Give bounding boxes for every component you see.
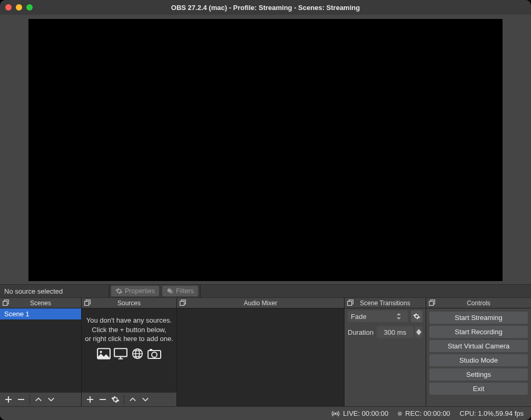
empty-line: Click the + button below, bbox=[85, 325, 173, 335]
cpu-label: CPU: 1.0%,59.94 fps bbox=[460, 409, 524, 417]
scene-transitions-title: Scene Transitions bbox=[345, 299, 426, 307]
separator bbox=[109, 285, 110, 297]
move-scene-down-button[interactable] bbox=[45, 393, 57, 406]
window-controls bbox=[5, 4, 33, 11]
sources-header: Sources bbox=[82, 298, 176, 308]
empty-line: You don't have any sources. bbox=[85, 316, 173, 325]
audio-mixer-header: Audio Mixer bbox=[177, 298, 344, 308]
close-window-button[interactable] bbox=[5, 4, 12, 11]
move-source-down-button[interactable] bbox=[139, 393, 152, 406]
scenes-title: Scenes bbox=[0, 299, 81, 307]
settings-button[interactable]: Settings bbox=[429, 368, 528, 381]
move-source-up-button[interactable] bbox=[126, 393, 139, 406]
svg-rect-11 bbox=[150, 349, 152, 351]
sources-title: Sources bbox=[82, 299, 176, 307]
source-settings-button[interactable] bbox=[109, 393, 122, 406]
docks-row: Scenes Scene 1 bbox=[0, 298, 531, 406]
filters-label: Filters bbox=[176, 287, 194, 295]
empty-line: or right click here to add one. bbox=[85, 334, 173, 344]
separator bbox=[200, 285, 201, 297]
scenes-footer bbox=[0, 392, 81, 406]
controls-header: Controls bbox=[426, 298, 531, 308]
add-scene-button[interactable] bbox=[2, 393, 15, 406]
duration-label: Duration bbox=[348, 328, 373, 336]
select-chevron-icon bbox=[396, 313, 405, 319]
preview-canvas[interactable] bbox=[28, 19, 503, 281]
exit-button[interactable]: Exit bbox=[429, 383, 528, 395]
controls-body: Start Streaming Start Recording Start Vi… bbox=[426, 308, 531, 406]
svg-point-15 bbox=[335, 413, 336, 414]
svg-point-1 bbox=[169, 290, 173, 294]
remove-source-button[interactable] bbox=[96, 393, 109, 406]
scene-transitions-header: Scene Transitions bbox=[345, 298, 426, 308]
separator bbox=[124, 395, 124, 404]
svg-rect-3 bbox=[85, 301, 89, 305]
popout-icon[interactable] bbox=[84, 299, 91, 307]
popout-icon[interactable] bbox=[2, 299, 9, 307]
scene-item-selected[interactable]: Scene 1 bbox=[0, 308, 81, 319]
transition-settings-button[interactable] bbox=[411, 311, 422, 322]
duration-input[interactable]: 300 ms bbox=[377, 326, 413, 338]
globe-icon bbox=[131, 348, 144, 359]
audio-mixer-title: Audio Mixer bbox=[177, 299, 344, 307]
rec-label: REC: 00:00:00 bbox=[405, 409, 450, 417]
rec-status: REC: 00:00:00 bbox=[398, 409, 450, 417]
popout-icon[interactable] bbox=[347, 299, 354, 307]
add-source-button[interactable] bbox=[84, 393, 96, 406]
titlebar: OBS 27.2.4 (mac) - Profile: Streaming - … bbox=[0, 0, 531, 15]
minimize-window-button[interactable] bbox=[16, 4, 22, 11]
scene-transitions-dock: Scene Transitions Fade bbox=[345, 298, 426, 406]
svg-rect-2 bbox=[3, 301, 7, 305]
scenes-dock: Scenes Scene 1 bbox=[0, 298, 82, 406]
no-source-label: No source selected bbox=[0, 287, 109, 295]
filters-icon bbox=[166, 287, 174, 295]
record-indicator-icon bbox=[398, 412, 402, 416]
svg-point-5 bbox=[100, 351, 102, 353]
svg-rect-13 bbox=[348, 301, 352, 305]
svg-rect-6 bbox=[114, 348, 127, 356]
start-streaming-button[interactable]: Start Streaming bbox=[429, 312, 528, 324]
status-bar: LIVE: 00:00:00 REC: 00:00:00 CPU: 1.0%,5… bbox=[0, 406, 531, 420]
gear-icon bbox=[413, 313, 420, 320]
popout-icon[interactable] bbox=[179, 299, 186, 307]
scenes-list[interactable]: Scene 1 bbox=[0, 308, 81, 392]
popout-icon[interactable] bbox=[428, 299, 436, 307]
sources-list[interactable]: You don't have any sources. Click the + … bbox=[82, 308, 176, 392]
image-icon bbox=[97, 348, 111, 359]
move-scene-up-button[interactable] bbox=[32, 393, 45, 406]
start-virtual-camera-button[interactable]: Start Virtual Camera bbox=[429, 340, 528, 352]
window-title: OBS 27.2.4 (mac) - Profile: Streaming - … bbox=[0, 4, 531, 12]
svg-point-10 bbox=[152, 352, 157, 357]
transition-selected-label: Fade bbox=[351, 313, 367, 321]
controls-dock: Controls Start Streaming Start Recording… bbox=[426, 298, 531, 406]
transition-select-row: Fade bbox=[345, 308, 426, 324]
live-label: LIVE: 00:00:00 bbox=[343, 409, 388, 417]
maximize-window-button[interactable] bbox=[26, 4, 33, 11]
remove-scene-button[interactable] bbox=[15, 393, 27, 406]
audio-mixer-body[interactable] bbox=[177, 308, 344, 406]
svg-rect-12 bbox=[180, 301, 184, 305]
filters-button[interactable]: Filters bbox=[162, 286, 198, 296]
duration-spinner[interactable] bbox=[415, 326, 422, 338]
controls-title: Controls bbox=[426, 299, 531, 307]
gear-icon bbox=[115, 287, 123, 295]
preview-area bbox=[0, 15, 531, 284]
monitor-icon bbox=[114, 348, 127, 359]
studio-mode-button[interactable]: Studio Mode bbox=[429, 354, 528, 366]
transition-duration-row: Duration 300 ms bbox=[345, 324, 426, 340]
properties-label: Properties bbox=[125, 287, 155, 295]
window-body: No source selected Properties Filters Sc… bbox=[0, 15, 531, 420]
scenes-header: Scenes bbox=[0, 298, 81, 308]
source-type-icons bbox=[85, 348, 173, 359]
sources-footer bbox=[82, 392, 176, 406]
source-toolbar: No source selected Properties Filters bbox=[0, 284, 531, 298]
broadcast-icon bbox=[331, 410, 340, 417]
transition-select[interactable]: Fade bbox=[348, 311, 408, 322]
audio-mixer-dock: Audio Mixer bbox=[177, 298, 345, 406]
start-recording-button[interactable]: Start Recording bbox=[429, 326, 528, 338]
svg-rect-14 bbox=[429, 301, 434, 305]
sources-dock: Sources You don't have any sources. Clic… bbox=[82, 298, 177, 406]
properties-button[interactable]: Properties bbox=[111, 286, 159, 296]
camera-icon bbox=[148, 348, 161, 359]
obs-main-window: OBS 27.2.4 (mac) - Profile: Streaming - … bbox=[0, 0, 531, 420]
